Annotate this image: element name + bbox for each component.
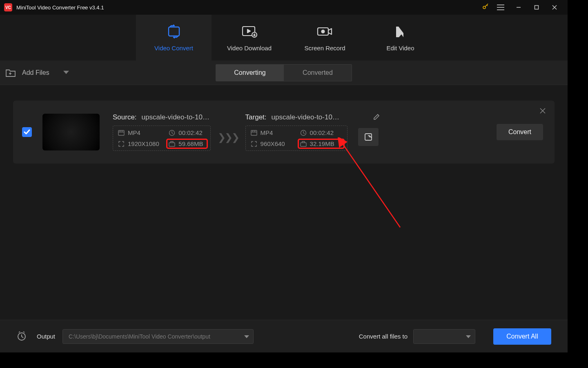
svg-rect-17	[118, 130, 124, 135]
queue-tabs: Converting Converted	[216, 64, 352, 81]
svg-rect-8	[169, 27, 179, 36]
add-files-label: Add Files	[22, 69, 49, 76]
video-thumbnail[interactable]	[42, 114, 100, 150]
target-resolution: 960X640	[249, 139, 294, 148]
content-area: Source: upscale-video-to-108... MP4 00:0…	[0, 85, 568, 320]
item-checkbox[interactable]	[22, 127, 32, 137]
nav-tab-edit-video[interactable]: Edit Video	[363, 15, 438, 61]
target-duration: 00:02:42	[298, 128, 344, 137]
output-path-select[interactable]: C:\Users\bj\Documents\MiniTool Video Con…	[62, 329, 254, 344]
svg-point-13	[321, 30, 324, 33]
schedule-icon[interactable]	[16, 330, 27, 343]
svg-rect-23	[251, 130, 257, 135]
source-info-grid: MP4 00:02:42 1920X1080 59.68MB	[113, 126, 211, 151]
nav-tab-video-convert[interactable]: Video Convert	[136, 15, 212, 61]
app-logo-icon: VC	[4, 3, 12, 11]
target-info-grid: MP4 00:02:42 960X640 32.19MB	[245, 126, 347, 151]
tab-converting[interactable]: Converting	[216, 65, 284, 81]
minimize-button[interactable]	[510, 0, 528, 15]
nav-tab-screen-record[interactable]: Screen Record	[287, 15, 363, 61]
source-block: Source: upscale-video-to-108... MP4 00:0…	[113, 113, 211, 151]
app-window: VC MiniTool Video Converter Free v3.4.1	[0, 0, 568, 352]
target-label: Target:	[245, 113, 267, 121]
svg-point-0	[483, 6, 486, 9]
remove-item-icon[interactable]	[540, 108, 546, 115]
convert-all-to-label: Convert all files to	[359, 333, 408, 340]
nav-tab-label: Edit Video	[386, 45, 414, 52]
svg-marker-35	[244, 335, 249, 338]
svg-rect-5	[535, 6, 539, 9]
source-format: MP4	[116, 128, 163, 137]
svg-rect-22	[169, 143, 175, 146]
source-filename: upscale-video-to-108...	[142, 113, 211, 121]
target-wrap: Target: upscale-video-to-108... MP4 00:0…	[245, 113, 379, 151]
chevron-down-icon	[244, 333, 249, 340]
svg-rect-28	[301, 143, 306, 146]
add-files-button[interactable]: Add Files	[5, 68, 69, 78]
target-filename: upscale-video-to-108...	[272, 113, 341, 121]
key-icon[interactable]	[482, 3, 489, 12]
video-download-icon	[241, 24, 258, 39]
secondary-bar: Add Files Converting Converted	[0, 61, 568, 85]
hamburger-menu-icon[interactable]	[492, 0, 510, 15]
tab-converted[interactable]: Converted	[284, 65, 352, 81]
svg-marker-10	[247, 29, 250, 33]
video-convert-icon	[166, 24, 182, 39]
edit-target-icon[interactable]	[373, 113, 380, 122]
arrow-separator-icon: ❯❯❯	[214, 132, 242, 143]
nav-tab-video-download[interactable]: Video Download	[212, 15, 287, 61]
convert-button[interactable]: Convert	[497, 124, 543, 140]
svg-marker-16	[63, 71, 69, 74]
output-label: Output	[37, 333, 55, 340]
nav-tab-label: Screen Record	[304, 45, 345, 52]
chevron-down-icon[interactable]	[63, 69, 69, 76]
window-title: MiniTool Video Converter Free v3.4.1	[16, 4, 482, 11]
target-size: 32.19MB	[298, 139, 344, 148]
source-resolution: 1920X1080	[116, 139, 163, 148]
source-label: Source:	[113, 113, 137, 121]
target-format-select[interactable]	[413, 329, 475, 344]
main-nav: Video Convert Video Download	[0, 15, 568, 61]
target-settings-button[interactable]	[358, 128, 379, 146]
queue-item: Source: upscale-video-to-108... MP4 00:0…	[13, 101, 555, 164]
maximize-button[interactable]	[528, 0, 546, 15]
convert-all-button[interactable]: Convert All	[493, 328, 551, 345]
titlebar: VC MiniTool Video Converter Free v3.4.1	[0, 0, 568, 15]
nav-tab-label: Video Convert	[154, 45, 193, 52]
source-size: 59.68MB	[167, 139, 207, 148]
close-button[interactable]	[546, 0, 564, 15]
edit-video-icon	[394, 24, 407, 39]
chevron-down-icon	[466, 333, 471, 340]
output-path-value: C:\Users\bj\Documents\MiniTool Video Con…	[69, 333, 210, 340]
add-folder-icon	[5, 68, 16, 78]
target-block: Target: upscale-video-to-108... MP4 00:0…	[245, 113, 347, 151]
svg-marker-36	[466, 335, 471, 338]
target-format: MP4	[249, 128, 294, 137]
source-duration: 00:02:42	[167, 128, 207, 137]
bottom-bar: Output C:\Users\bj\Documents\MiniTool Vi…	[0, 320, 568, 352]
screen-record-icon	[316, 24, 334, 39]
nav-tab-label: Video Download	[227, 45, 272, 52]
